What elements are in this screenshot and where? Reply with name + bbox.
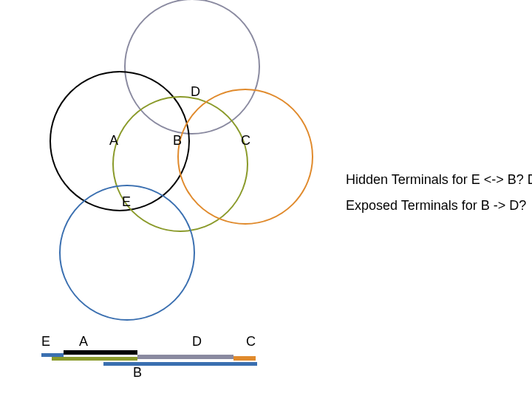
bar-A-olive: [52, 357, 137, 361]
bar-D: [137, 355, 233, 359]
text-hidden-terminals: Hidden Terminals for E <-> B? D: [346, 172, 532, 188]
circle-C: [177, 89, 313, 225]
label-B: B: [173, 133, 182, 149]
timeline-label-A: A: [79, 334, 88, 349]
label-D: D: [191, 84, 200, 100]
timeline-label-E: E: [41, 334, 50, 349]
label-C: C: [241, 133, 250, 149]
bar-C: [233, 356, 256, 361]
text-exposed-terminals: Exposed Terminals for B -> D?: [346, 198, 526, 214]
bar-A: [64, 350, 137, 355]
label-A: A: [109, 133, 118, 149]
timeline-label-D: D: [192, 334, 202, 349]
timeline-label-C: C: [246, 334, 256, 349]
label-E: E: [122, 194, 131, 210]
timeline-label-B: B: [133, 365, 142, 381]
diagram-stage: D A B C E Hidden Terminals for E <-> B? …: [0, 0, 532, 399]
bar-B: [103, 362, 257, 366]
